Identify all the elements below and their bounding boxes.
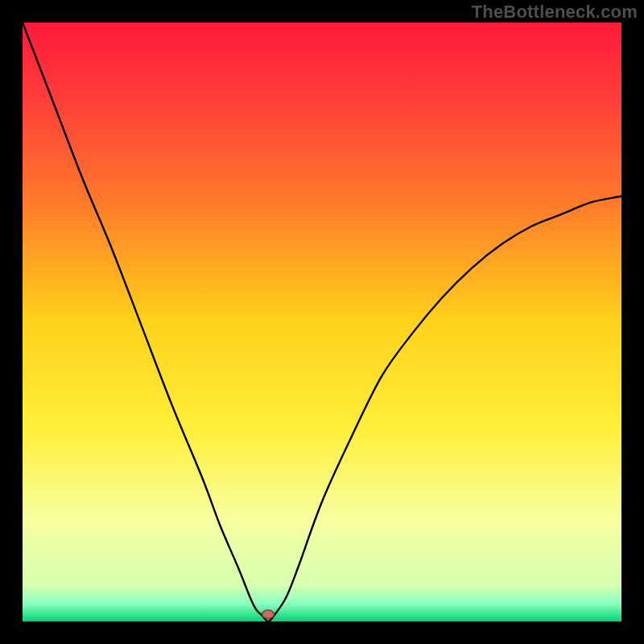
watermark: TheBottleneck.com bbox=[472, 2, 638, 23]
plot-area bbox=[23, 23, 621, 621]
chart-viewport: { "watermark": { "text": "TheBottleneck.… bbox=[0, 0, 644, 644]
chart-svg bbox=[0, 0, 644, 644]
optimum-marker bbox=[262, 610, 275, 618]
